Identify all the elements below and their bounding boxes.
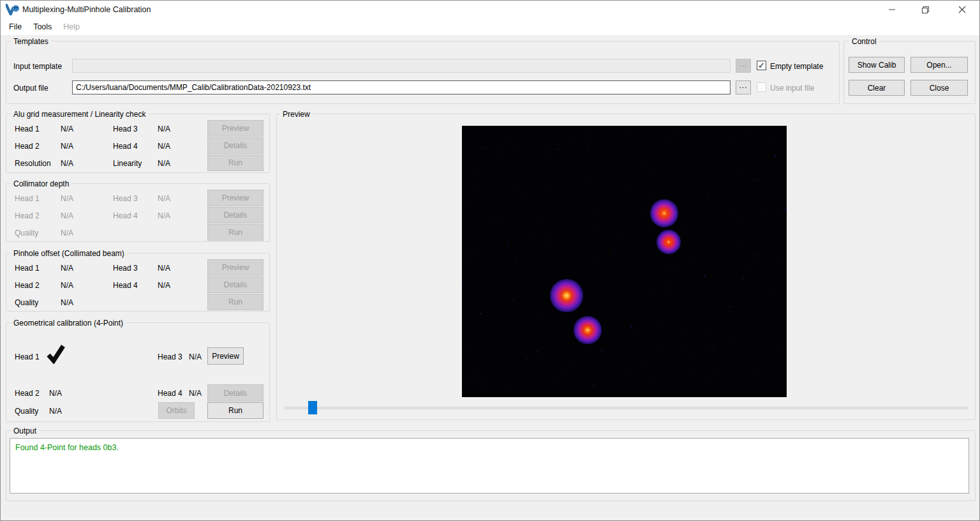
pinhole-details-button[interactable]: Details [207, 276, 264, 293]
noise-speck [613, 249, 615, 251]
noise-speck [595, 209, 597, 210]
pinhole-preview-button[interactable]: Preview [207, 259, 264, 276]
restore-button[interactable] [910, 1, 940, 19]
input-template-label: Input template [13, 62, 62, 71]
noise-speck [653, 174, 655, 175]
pinhole-run-button[interactable]: Run [207, 294, 264, 310]
pinhole-head4-label: Head 4 [113, 281, 138, 290]
output-message: Found 4-Point for heads 0b3. [15, 443, 119, 452]
close-icon [958, 6, 966, 13]
close-button[interactable] [947, 1, 977, 19]
noise-speck [705, 382, 706, 384]
frame-slider-handle[interactable] [308, 401, 317, 414]
minimize-button[interactable] [877, 1, 907, 19]
noise-speck [754, 179, 755, 181]
noise-speck [549, 147, 549, 147]
collimator-head4-value: N/A [158, 211, 170, 220]
noise-speck [467, 257, 468, 259]
noise-speck [484, 147, 486, 149]
geo-head3-value: N/A [189, 352, 202, 361]
alu-preview-button[interactable]: Preview [207, 120, 264, 137]
noise-speck [598, 228, 600, 230]
noise-speck [502, 151, 503, 153]
point-source-spot [574, 316, 601, 344]
noise-speck [480, 313, 482, 315]
noise-speck [601, 349, 603, 351]
noise-speck [470, 206, 471, 208]
collimator-preview-button[interactable]: Preview [207, 190, 264, 206]
noise-speck [685, 349, 687, 350]
geo-head3-label: Head 3 [158, 352, 182, 361]
noise-speck [477, 186, 478, 187]
noise-speck [493, 219, 494, 220]
alu-run-button[interactable]: Run [207, 155, 264, 171]
noise-speck [512, 298, 514, 300]
output-log[interactable]: Found 4-Point for heads 0b3. [10, 438, 969, 494]
noise-speck [633, 148, 634, 149]
frame-slider-track[interactable] [285, 407, 968, 409]
geo-run-button[interactable]: Run [207, 402, 264, 419]
use-input-file-label: Use input file [770, 84, 814, 93]
clear-button[interactable]: Clear [849, 80, 905, 96]
geo-head4-value: N/A [189, 389, 202, 398]
noise-speck [566, 372, 568, 374]
noise-speck [742, 278, 744, 280]
output-file-label: Output file [13, 84, 48, 93]
noise-speck [507, 242, 509, 244]
alu-head4-value: N/A [158, 142, 170, 151]
menu-tools[interactable]: Tools [27, 20, 57, 33]
noise-speck [628, 188, 630, 189]
noise-speck [734, 215, 734, 216]
noise-speck [591, 135, 592, 137]
open-button[interactable]: Open... [910, 57, 968, 73]
geo-head1-label: Head 1 [15, 352, 40, 361]
noise-speck [674, 241, 675, 241]
noise-speck [588, 151, 589, 152]
use-input-file-checkbox[interactable] [757, 82, 766, 92]
noise-speck [548, 186, 549, 187]
noise-speck [705, 329, 706, 331]
input-template-browse-button[interactable]: ... [736, 59, 751, 73]
input-template-field[interactable] [72, 59, 731, 73]
noise-speck [628, 130, 630, 132]
alu-details-button[interactable]: Details [207, 137, 264, 154]
noise-speck [726, 370, 727, 370]
pinhole-quality-value: N/A [61, 298, 73, 307]
geometrical-group-title: Geometrical calibration (4-Point) [11, 319, 126, 328]
noise-speck [775, 136, 776, 137]
noise-speck [778, 217, 778, 218]
noise-speck [693, 370, 694, 370]
show-calib-button[interactable]: Show Calib [849, 57, 905, 73]
geo-orbits-button[interactable]: Orbits [158, 402, 195, 419]
noise-speck [485, 315, 487, 317]
noise-speck [536, 315, 537, 316]
output-file-browse-button[interactable]: ... [736, 80, 751, 94]
collimator-details-button[interactable]: Details [207, 207, 264, 223]
collimator-head4-label: Head 4 [113, 211, 138, 220]
restore-icon [921, 6, 930, 14]
geo-details-button[interactable]: Details [207, 384, 264, 402]
noise-speck [659, 347, 661, 349]
noise-speck [669, 268, 671, 269]
empty-template-checkbox[interactable]: ✓ [757, 61, 766, 70]
pinhole-head1-value: N/A [61, 264, 73, 273]
output-file-field[interactable] [72, 80, 731, 94]
noise-speck [676, 132, 678, 133]
close-calib-button[interactable]: Close [910, 80, 968, 96]
collimator-head1-value: N/A [61, 194, 73, 203]
noise-speck [670, 287, 671, 289]
menu-bar: File Tools Help [1, 19, 979, 35]
check-icon: ✓ [758, 61, 765, 70]
alu-resolution-value: N/A [61, 159, 73, 168]
noise-speck [549, 241, 551, 242]
noise-speck [579, 211, 580, 211]
collimator-run-button[interactable]: Run [207, 224, 264, 241]
geo-preview-button[interactable]: Preview [207, 347, 244, 365]
menu-help[interactable]: Help [57, 20, 85, 33]
output-group-title: Output [11, 427, 39, 435]
menu-file[interactable]: File [3, 20, 27, 33]
noise-speck [652, 170, 653, 172]
pinhole-head2-value: N/A [61, 281, 73, 290]
collimator-quality-label: Quality [15, 229, 38, 238]
noise-speck [767, 213, 768, 215]
